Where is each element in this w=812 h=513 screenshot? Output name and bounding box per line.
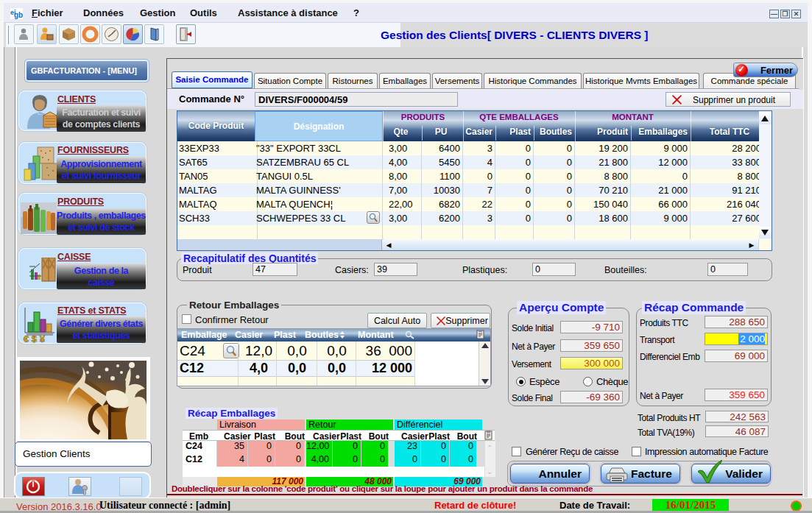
svg-text:€ $ ¥: € $ ¥	[24, 333, 46, 343]
svg-text:gb: gb	[14, 11, 23, 19]
